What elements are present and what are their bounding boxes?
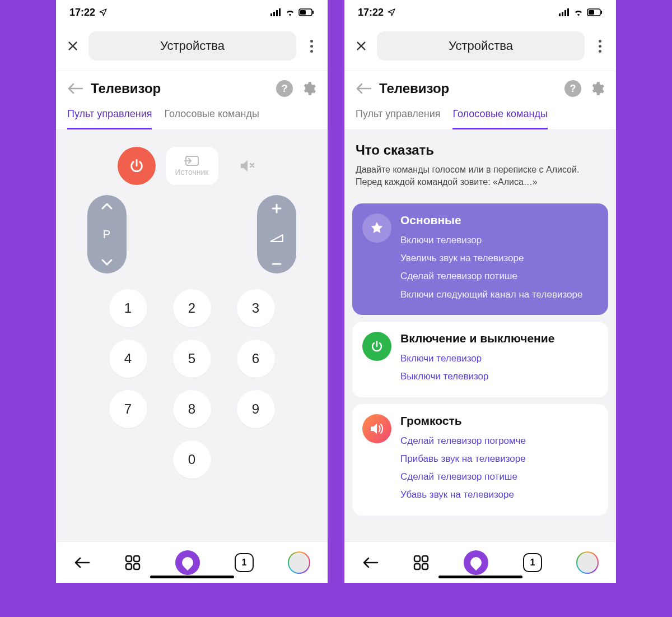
numpad-6[interactable]: 6 — [237, 340, 275, 378]
svg-rect-15 — [567, 8, 569, 16]
star-icon — [362, 214, 391, 243]
gear-icon[interactable] — [301, 81, 316, 96]
tabs: Пульт управления Голосовые команды — [56, 101, 328, 130]
voice-card-title: Громкость — [400, 414, 598, 428]
location-icon — [99, 8, 108, 17]
numpad-9[interactable]: 9 — [237, 390, 275, 428]
nav-tabs-icon[interactable]: 1 — [523, 553, 542, 572]
volume-up-icon[interactable] — [271, 203, 282, 214]
voice-cmd: Прибавь звук на телевизоре — [400, 450, 598, 468]
home-indicator[interactable] — [150, 576, 234, 578]
page-title: Телевизор — [91, 81, 268, 96]
svg-rect-8 — [126, 556, 132, 562]
voice-card-power[interactable]: Включение и выключение Включи телевизор … — [352, 322, 608, 397]
close-icon[interactable] — [65, 38, 81, 54]
svg-rect-19 — [414, 556, 420, 562]
nav-back-icon[interactable] — [362, 556, 379, 569]
numpad-3[interactable]: 3 — [237, 289, 275, 327]
nav-apps-icon[interactable] — [124, 554, 141, 571]
svg-rect-3 — [279, 8, 281, 16]
header-pill[interactable]: Устройства — [377, 31, 585, 61]
voice-cmd: Сделай телевизор потише — [400, 267, 598, 285]
svg-rect-12 — [559, 13, 561, 16]
status-bar: 17:22 — [344, 0, 616, 25]
voice-card-main[interactable]: Основные Включи телевизор Увеличь звук н… — [352, 203, 608, 315]
source-label: Источник — [175, 168, 209, 177]
back-icon[interactable] — [67, 83, 83, 94]
svg-rect-11 — [134, 564, 139, 569]
channel-label: P — [103, 228, 111, 241]
volume-down-icon[interactable] — [271, 262, 282, 266]
svg-rect-13 — [562, 12, 563, 16]
page-title: Телевизор — [379, 81, 557, 96]
svg-rect-2 — [276, 10, 278, 16]
nav-tabs-icon[interactable]: 1 — [235, 553, 254, 572]
voice-cmd: Убавь звук на телевизоре — [400, 486, 598, 504]
voice-cmd: Включи телевизор — [400, 350, 598, 368]
nav-alice-icon[interactable] — [464, 550, 488, 575]
numpad-2[interactable]: 2 — [173, 289, 211, 327]
numpad-7[interactable]: 7 — [109, 390, 147, 428]
numpad-0[interactable]: 0 — [173, 440, 211, 479]
overflow-menu-icon[interactable] — [592, 40, 607, 53]
numpad-4[interactable]: 4 — [109, 340, 147, 378]
voice-card-title: Основные — [400, 214, 598, 227]
header-pill-label: Устройства — [160, 39, 225, 53]
gear-icon[interactable] — [589, 81, 605, 96]
svg-rect-18 — [601, 11, 602, 14]
numpad-5[interactable]: 5 — [173, 340, 211, 378]
voice-content: Что сказать Давайте команды голосом или … — [344, 130, 616, 541]
svg-rect-0 — [270, 13, 272, 16]
status-bar: 17:22 — [56, 0, 328, 25]
numpad-8[interactable]: 8 — [173, 390, 211, 428]
power-icon — [362, 332, 391, 361]
voice-cmd: Сделай телевизор потише — [400, 468, 598, 486]
mute-button[interactable] — [228, 147, 267, 185]
header: Устройства — [56, 25, 328, 71]
channel-down-icon[interactable] — [101, 259, 113, 266]
nav-profile-icon[interactable] — [576, 551, 599, 574]
channel-rocker[interactable]: P — [87, 195, 127, 273]
voice-cmd: Увеличь звук на телевизоре — [400, 249, 598, 267]
voice-card-volume[interactable]: Громкость Сделай телевизор погромче Приб… — [352, 404, 608, 516]
channel-up-icon[interactable] — [101, 203, 113, 210]
tab-voice[interactable]: Голосовые команды — [452, 108, 547, 129]
voice-cmd: Включи следующий канал на телевизоре — [400, 286, 598, 304]
speaker-icon — [362, 414, 391, 443]
svg-rect-22 — [422, 564, 428, 569]
voice-heading: Что сказать — [356, 142, 605, 158]
location-icon — [387, 8, 396, 17]
voice-cmd: Сделай телевизор погромче — [400, 432, 598, 450]
back-icon[interactable] — [356, 83, 371, 94]
voice-card-title: Включение и выключение — [400, 332, 598, 345]
status-time: 17:22 — [358, 7, 384, 18]
power-button[interactable] — [118, 147, 156, 185]
header-pill[interactable]: Устройства — [88, 31, 296, 61]
phone-voice: 17:22 Устройства Тел — [344, 0, 616, 583]
header: Устройства — [344, 25, 616, 71]
nav-back-icon[interactable] — [73, 556, 90, 569]
svg-rect-20 — [422, 556, 428, 562]
volume-icon — [269, 234, 284, 243]
voice-subtitle: Давайте команды голосом или в переписке … — [356, 164, 605, 189]
volume-rocker[interactable] — [257, 195, 296, 273]
phone-remote: 17:22 Устройства Тел — [56, 0, 328, 583]
nav-profile-icon[interactable] — [288, 551, 310, 574]
help-icon[interactable]: ? — [276, 80, 293, 97]
help-icon[interactable]: ? — [564, 80, 581, 97]
signal-icon — [270, 8, 282, 16]
remote-content: Источник P 1 2 3 4 5 6 7 — [56, 130, 328, 541]
source-button[interactable]: Источник — [166, 147, 218, 185]
numpad-1[interactable]: 1 — [109, 289, 147, 327]
voice-cmd: Включи телевизор — [400, 231, 598, 249]
home-indicator[interactable] — [438, 576, 522, 578]
nav-apps-icon[interactable] — [413, 554, 430, 571]
tab-voice[interactable]: Голосовые команды — [164, 108, 259, 129]
tab-remote[interactable]: Пульт управления — [67, 108, 152, 129]
svg-rect-21 — [414, 564, 420, 569]
tab-remote[interactable]: Пульт управления — [356, 108, 440, 129]
close-icon[interactable] — [353, 38, 369, 54]
overflow-menu-icon[interactable] — [304, 40, 319, 53]
nav-alice-icon[interactable] — [175, 550, 200, 575]
svg-rect-6 — [312, 11, 314, 14]
